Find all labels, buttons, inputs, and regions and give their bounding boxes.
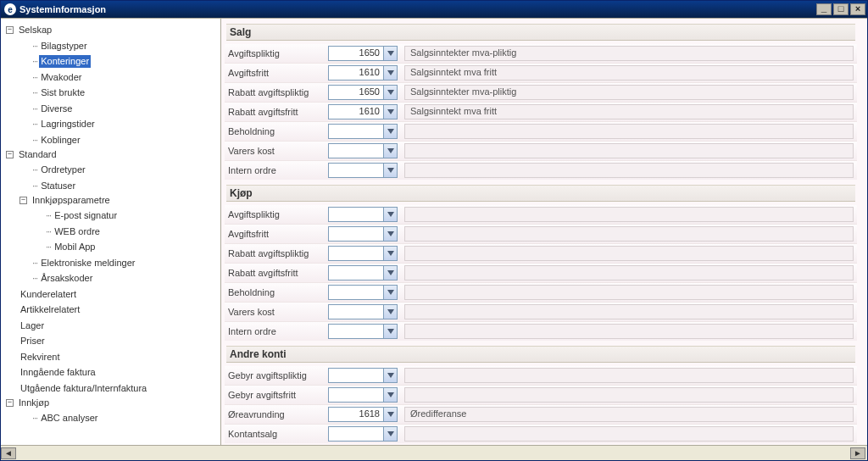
chevron-down-icon[interactable]: [383, 86, 397, 99]
andre-gebyr_avgiftspliktig-combo[interactable]: [328, 368, 398, 383]
maximize-button[interactable]: □: [833, 3, 849, 15]
chevron-down-icon[interactable]: [383, 47, 397, 60]
kjop-avgiftspliktig-combo[interactable]: [328, 207, 398, 222]
andre-oreavrunding-combo[interactable]: 1618: [328, 407, 398, 422]
chevron-down-icon[interactable]: [383, 286, 397, 299]
tree-innkjop[interactable]: Innkjøp: [17, 397, 51, 409]
tree-standard[interactable]: Standard: [17, 148, 58, 161]
tree-sist-brukte[interactable]: Sist brukte: [39, 86, 86, 99]
tree-kunderelatert[interactable]: Kunderelatert: [19, 288, 78, 301]
toggle-innkjop[interactable]: −: [6, 399, 14, 407]
tree-ordretyper[interactable]: Ordretyper: [39, 164, 87, 176]
andre-kontantsalg-label: Kontantsalg: [228, 429, 328, 439]
chevron-down-icon[interactable]: [383, 325, 397, 338]
chevron-down-icon[interactable]: [383, 247, 397, 260]
andre-gebyr_avgiftsfritt-description: [404, 387, 854, 403]
tree-priser[interactable]: Priser: [19, 335, 47, 347]
salg-avgiftspliktig-value: 1650: [329, 47, 383, 60]
tree-artikkelrelatert[interactable]: Artikkelrelatert: [19, 303, 81, 316]
salg-intern_ordre-combo[interactable]: [328, 163, 398, 178]
tree-statuser[interactable]: Statuser: [39, 180, 77, 192]
navigation-tree[interactable]: − Selskap ···Bilagstyper ···Konteringer …: [1, 19, 221, 445]
chevron-down-icon[interactable]: [383, 66, 397, 80]
kjop-rabatt_avgiftsfritt-value: [329, 266, 383, 280]
kjop-rabatt_avgiftspliktig-combo[interactable]: [328, 246, 398, 261]
tree-konteringer[interactable]: Konteringer: [39, 55, 91, 68]
kjop-avgiftsfritt-row: Avgiftsfritt: [225, 224, 857, 243]
kjop-intern_ordre-label: Intern ordre: [228, 326, 328, 336]
toggle-innkjopsparam[interactable]: −: [19, 197, 27, 204]
andre-kontantsalg-combo[interactable]: [328, 426, 398, 442]
titlebar[interactable]: e Systeminformasjon _ □ ×: [1, 1, 867, 18]
tree-arsakskoder[interactable]: Årsakskoder: [39, 272, 94, 285]
kjop-beholdning-combo[interactable]: [328, 285, 398, 300]
andre-gebyr_avgiftsfritt-combo[interactable]: [328, 387, 398, 403]
salg-rabatt_avgiftspliktig-combo[interactable]: 1650: [328, 85, 398, 100]
kjop-varers_kost-combo[interactable]: [328, 304, 398, 319]
salg-rabatt_avgiftsfritt-combo[interactable]: 1610: [328, 104, 398, 119]
andre-gebyr_avgiftspliktig-row: Gebyr avgiftspliktig: [225, 366, 857, 385]
tree-utgaende-faktura[interactable]: Utgående faktura/Internfaktura: [19, 382, 148, 395]
chevron-down-icon[interactable]: [383, 388, 397, 402]
kjop-varers_kost-description: [404, 304, 854, 319]
salg-beholdning-combo[interactable]: [328, 124, 398, 139]
salg-avgiftsfritt-combo[interactable]: 1610: [328, 65, 398, 81]
section-salg: Salg: [226, 24, 855, 41]
chevron-down-icon[interactable]: [383, 408, 397, 421]
chevron-down-icon[interactable]: [383, 305, 397, 319]
tree-elektroniske-meldinger[interactable]: Elektroniske meldinger: [39, 257, 136, 269]
salg-varers_kost-description: [404, 143, 854, 158]
chevron-down-icon[interactable]: [383, 227, 397, 241]
scroll-right-button[interactable]: ►: [850, 447, 865, 459]
salg-beholdning-description: [404, 124, 854, 139]
tree-bilagstyper[interactable]: Bilagstyper: [39, 40, 88, 53]
salg-varers_kost-label: Varers kost: [228, 146, 328, 156]
toggle-selskap[interactable]: −: [6, 26, 14, 34]
chevron-down-icon[interactable]: [383, 164, 397, 177]
chevron-down-icon[interactable]: [383, 369, 397, 382]
tree-rekvirent[interactable]: Rekvirent: [19, 351, 61, 364]
form-pane[interactable]: Salg Avgiftspliktig1650Salgsinntekter mv…: [221, 19, 867, 445]
minimize-button[interactable]: _: [816, 3, 832, 15]
andre-kontantsalg-row: Kontantsalg: [225, 424, 857, 443]
salg-avgiftspliktig-row: Avgiftspliktig1650Salgsinntekter mva-pli…: [225, 44, 857, 63]
kjop-avgiftsfritt-value: [329, 227, 383, 241]
andre-oreavrunding-description: Øredifferanse: [404, 407, 854, 422]
salg-intern_ordre-value: [329, 164, 383, 177]
tree-lager[interactable]: Lager: [19, 319, 46, 332]
tree-web-ordre[interactable]: WEB ordre: [53, 225, 102, 238]
salg-beholdning-value: [329, 125, 383, 138]
chevron-down-icon[interactable]: [383, 208, 397, 221]
kjop-avgiftsfritt-combo[interactable]: [328, 226, 398, 242]
chevron-down-icon[interactable]: [383, 105, 397, 119]
tree-mvakoder[interactable]: Mvakoder: [39, 71, 83, 84]
section-andre: Andre konti: [226, 346, 855, 363]
kjop-intern_ordre-value: [329, 325, 383, 338]
tree-innkjopsparam[interactable]: Innkjøpsparametre: [31, 194, 112, 207]
tree-epost-signatur[interactable]: E-post signatur: [53, 209, 119, 222]
kjop-varers_kost-label: Varers kost: [228, 307, 328, 317]
kjop-beholdning-label: Beholdning: [228, 287, 328, 297]
toggle-standard[interactable]: −: [6, 151, 14, 158]
salg-rabatt_avgiftsfritt-value: 1610: [329, 105, 383, 119]
scroll-left-button[interactable]: ◄: [1, 447, 16, 459]
tree-koblinger[interactable]: Koblinger: [39, 134, 81, 147]
salg-avgiftspliktig-combo[interactable]: 1650: [328, 46, 398, 61]
tree-abc-analyser[interactable]: ABC analyser: [39, 412, 99, 425]
chevron-down-icon[interactable]: [383, 427, 397, 441]
kjop-rabatt_avgiftsfritt-combo[interactable]: [328, 265, 398, 280]
chevron-down-icon[interactable]: [383, 144, 397, 158]
tree-diverse[interactable]: Diverse: [39, 103, 74, 115]
tree-mobil-app[interactable]: Mobil App: [53, 241, 97, 253]
tree-selskap[interactable]: Selskap: [17, 24, 53, 36]
tree-lagringstider[interactable]: Lagringstider: [39, 118, 97, 131]
chevron-down-icon[interactable]: [383, 266, 397, 280]
salg-varers_kost-combo[interactable]: [328, 143, 398, 158]
kjop-intern_ordre-combo[interactable]: [328, 324, 398, 339]
salg-varers_kost-row: Varers kost: [225, 141, 857, 160]
tree-inngaende-faktura[interactable]: Inngående faktura: [19, 366, 97, 379]
kjop-avgiftspliktig-description: [404, 207, 854, 222]
close-button[interactable]: ×: [850, 3, 865, 15]
chevron-down-icon[interactable]: [383, 125, 397, 138]
kjop-rabatt_avgiftspliktig-row: Rabatt avgiftspliktig: [225, 243, 857, 263]
